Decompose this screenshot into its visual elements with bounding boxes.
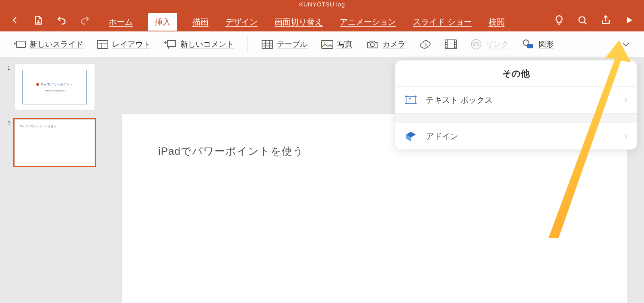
link-button[interactable]: リンク <box>471 39 509 50</box>
back-button[interactable] <box>9 14 21 26</box>
popup-addin-label: アドイン <box>426 131 458 142</box>
more-popup: その他 T テキスト ボックス › アドイン › <box>395 60 637 149</box>
slide-thumbnail-panel: 1 iPadでパワーポイント iPad × PowerPoint 2 iPadで… <box>0 57 105 303</box>
document-title: KUNYOTSU log <box>0 0 644 10</box>
thumbnail-number: 1 <box>7 64 10 71</box>
shapes-label: 図形 <box>539 39 554 50</box>
svg-text:T: T <box>409 98 411 102</box>
new-slide-label: 新しいスライド <box>30 39 83 50</box>
popup-header: その他 <box>395 60 637 86</box>
link-label: リンク <box>486 39 509 50</box>
svg-line-2 <box>584 22 586 24</box>
app-titlebar: KUNYOTSU log ホーム 挿入 描画 デザイン 画面切り替え アニメーシ… <box>0 0 644 31</box>
layout-button[interactable]: レイアウト <box>97 39 151 50</box>
photo-label: 写真 <box>337 39 353 50</box>
ribbon-separator <box>248 36 248 52</box>
new-comment-button[interactable]: 新しいコメント <box>164 39 234 50</box>
title-toolbar: ホーム 挿入 描画 デザイン 画面切り替え アニメーション スライド ショー 校… <box>0 10 644 31</box>
thumbnail-row-1[interactable]: 1 iPadでパワーポイント iPad × PowerPoint <box>7 64 98 110</box>
file-button[interactable] <box>32 14 44 26</box>
ribbon-more-button[interactable] <box>621 40 630 49</box>
chevron-right-icon: › <box>624 95 627 105</box>
video-button[interactable] <box>445 39 457 49</box>
thumb2-text: iPadでパワーポイントを使う <box>20 125 56 129</box>
share-button[interactable] <box>600 14 612 26</box>
svg-point-38 <box>415 103 417 104</box>
svg-rect-5 <box>17 41 25 48</box>
tab-design[interactable]: デザイン <box>224 13 259 31</box>
popup-textbox-label: テキスト ボックス <box>426 95 493 106</box>
tab-insert[interactable]: 挿入 <box>148 13 177 31</box>
svg-rect-13 <box>262 40 272 48</box>
slide-thumbnail-1[interactable]: iPadでパワーポイント iPad × PowerPoint <box>14 64 95 110</box>
svg-point-30 <box>471 39 481 49</box>
svg-marker-4 <box>627 17 632 23</box>
popup-item-addin[interactable]: アドイン › <box>395 123 637 149</box>
tab-animations[interactable]: アニメーション <box>338 13 398 31</box>
undo-button[interactable] <box>56 14 68 26</box>
thumb1-title: iPadでパワーポイント <box>41 82 73 87</box>
ribbon-tabs: ホーム 挿入 描画 デザイン 画面切り替え アニメーション スライド ショー 校… <box>107 10 506 31</box>
svg-rect-32 <box>527 44 533 48</box>
shapes-button[interactable]: 図形 <box>522 39 554 50</box>
present-button[interactable] <box>623 14 635 26</box>
redo-button[interactable] <box>79 14 91 26</box>
svg-point-35 <box>405 95 407 97</box>
tab-transitions[interactable]: 画面切り替え <box>273 13 324 31</box>
tab-home[interactable]: ホーム <box>107 13 134 31</box>
svg-point-36 <box>415 95 417 97</box>
svg-rect-18 <box>322 40 333 48</box>
new-comment-label: 新しいコメント <box>180 39 234 50</box>
svg-point-37 <box>405 103 407 104</box>
ribbon-insert: 新しいスライド レイアウト 新しいコメント テーブル 写真 カメラ リンク 図形 <box>0 31 644 57</box>
tab-slideshow[interactable]: スライド ショー <box>411 13 473 31</box>
thumbnail-number: 2 <box>7 119 10 127</box>
tell-me-button[interactable] <box>553 14 565 26</box>
svg-point-1 <box>579 17 585 23</box>
svg-rect-8 <box>97 40 108 48</box>
camera-label: カメラ <box>382 39 405 50</box>
addin-icon <box>405 130 417 142</box>
table-button[interactable]: テーブル <box>262 39 308 50</box>
svg-point-20 <box>370 43 374 47</box>
svg-point-19 <box>324 42 325 44</box>
chevron-right-icon: › <box>624 131 627 141</box>
layout-label: レイアウト <box>112 39 151 50</box>
search-button[interactable] <box>576 14 588 26</box>
photo-button[interactable]: 写真 <box>321 39 353 50</box>
freeform-button[interactable] <box>419 39 431 50</box>
textbox-icon: T <box>405 94 417 106</box>
popup-item-textbox[interactable]: T テキスト ボックス › <box>395 87 637 113</box>
camera-button[interactable]: カメラ <box>366 39 405 50</box>
thumbnail-row-2[interactable]: 2 iPadでパワーポイントを使う <box>7 119 98 166</box>
thumb1-subtitle: iPad × PowerPoint <box>45 89 65 92</box>
table-label: テーブル <box>277 39 308 50</box>
new-slide-button[interactable]: 新しいスライド <box>14 39 83 50</box>
tab-review[interactable]: 校閲 <box>487 13 506 31</box>
tab-draw[interactable]: 描画 <box>191 13 210 31</box>
slide-thumbnail-2[interactable]: iPadでパワーポイントを使う <box>14 119 95 166</box>
